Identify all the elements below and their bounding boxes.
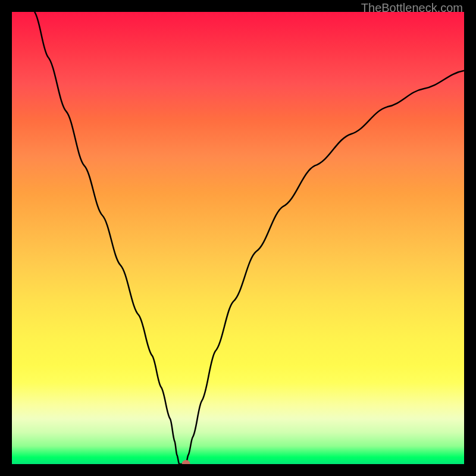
chart-container: TheBottleneck.com xyxy=(0,0,476,476)
chart-svg xyxy=(12,12,464,464)
bottleneck-curve xyxy=(35,12,464,464)
valley-marker xyxy=(182,460,190,464)
plot-area xyxy=(12,12,464,464)
